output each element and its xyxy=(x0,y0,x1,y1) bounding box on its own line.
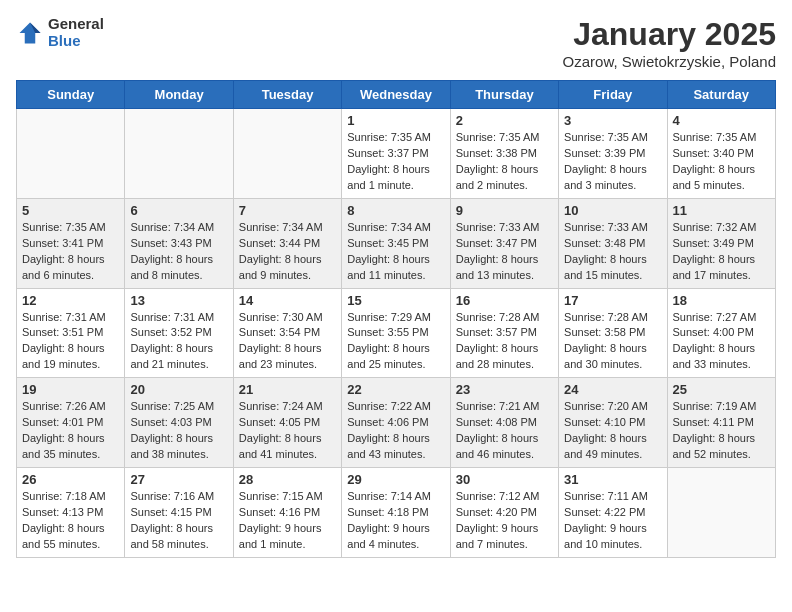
day-number: 12 xyxy=(22,293,119,308)
day-number: 24 xyxy=(564,382,661,397)
day-info: Sunrise: 7:32 AMSunset: 3:49 PMDaylight:… xyxy=(673,220,770,284)
day-number: 23 xyxy=(456,382,553,397)
day-number: 28 xyxy=(239,472,336,487)
logo-text: General Blue xyxy=(48,16,104,49)
calendar-cell: 22Sunrise: 7:22 AMSunset: 4:06 PMDayligh… xyxy=(342,378,450,468)
day-info: Sunrise: 7:26 AMSunset: 4:01 PMDaylight:… xyxy=(22,399,119,463)
day-number: 21 xyxy=(239,382,336,397)
page-header: General Blue January 2025 Ozarow, Swieto… xyxy=(16,16,776,70)
calendar-cell: 19Sunrise: 7:26 AMSunset: 4:01 PMDayligh… xyxy=(17,378,125,468)
day-info: Sunrise: 7:29 AMSunset: 3:55 PMDaylight:… xyxy=(347,310,444,374)
calendar-cell: 5Sunrise: 7:35 AMSunset: 3:41 PMDaylight… xyxy=(17,198,125,288)
day-number: 6 xyxy=(130,203,227,218)
day-number: 20 xyxy=(130,382,227,397)
calendar-cell: 12Sunrise: 7:31 AMSunset: 3:51 PMDayligh… xyxy=(17,288,125,378)
calendar-cell: 10Sunrise: 7:33 AMSunset: 3:48 PMDayligh… xyxy=(559,198,667,288)
calendar-week-row: 1Sunrise: 7:35 AMSunset: 3:37 PMDaylight… xyxy=(17,109,776,199)
day-info: Sunrise: 7:15 AMSunset: 4:16 PMDaylight:… xyxy=(239,489,336,553)
day-info: Sunrise: 7:34 AMSunset: 3:43 PMDaylight:… xyxy=(130,220,227,284)
calendar-week-row: 5Sunrise: 7:35 AMSunset: 3:41 PMDaylight… xyxy=(17,198,776,288)
day-number: 5 xyxy=(22,203,119,218)
day-number: 10 xyxy=(564,203,661,218)
calendar-cell: 23Sunrise: 7:21 AMSunset: 4:08 PMDayligh… xyxy=(450,378,558,468)
calendar-week-row: 12Sunrise: 7:31 AMSunset: 3:51 PMDayligh… xyxy=(17,288,776,378)
day-number: 16 xyxy=(456,293,553,308)
day-number: 19 xyxy=(22,382,119,397)
day-info: Sunrise: 7:35 AMSunset: 3:37 PMDaylight:… xyxy=(347,130,444,194)
logo: General Blue xyxy=(16,16,104,49)
day-number: 14 xyxy=(239,293,336,308)
weekday-header-friday: Friday xyxy=(559,81,667,109)
calendar-cell: 18Sunrise: 7:27 AMSunset: 4:00 PMDayligh… xyxy=(667,288,775,378)
day-number: 22 xyxy=(347,382,444,397)
day-info: Sunrise: 7:27 AMSunset: 4:00 PMDaylight:… xyxy=(673,310,770,374)
day-info: Sunrise: 7:20 AMSunset: 4:10 PMDaylight:… xyxy=(564,399,661,463)
calendar-cell: 21Sunrise: 7:24 AMSunset: 4:05 PMDayligh… xyxy=(233,378,341,468)
logo-blue-text: Blue xyxy=(48,33,104,50)
day-number: 4 xyxy=(673,113,770,128)
calendar-cell: 31Sunrise: 7:11 AMSunset: 4:22 PMDayligh… xyxy=(559,468,667,558)
calendar-cell: 8Sunrise: 7:34 AMSunset: 3:45 PMDaylight… xyxy=(342,198,450,288)
day-number: 1 xyxy=(347,113,444,128)
calendar-cell: 30Sunrise: 7:12 AMSunset: 4:20 PMDayligh… xyxy=(450,468,558,558)
day-number: 31 xyxy=(564,472,661,487)
page-subtitle: Ozarow, Swietokrzyskie, Poland xyxy=(563,53,776,70)
day-info: Sunrise: 7:33 AMSunset: 3:48 PMDaylight:… xyxy=(564,220,661,284)
day-number: 17 xyxy=(564,293,661,308)
calendar-cell: 24Sunrise: 7:20 AMSunset: 4:10 PMDayligh… xyxy=(559,378,667,468)
weekday-header-row: SundayMondayTuesdayWednesdayThursdayFrid… xyxy=(17,81,776,109)
day-info: Sunrise: 7:14 AMSunset: 4:18 PMDaylight:… xyxy=(347,489,444,553)
page-title: January 2025 xyxy=(563,16,776,53)
calendar-cell: 16Sunrise: 7:28 AMSunset: 3:57 PMDayligh… xyxy=(450,288,558,378)
weekday-header-saturday: Saturday xyxy=(667,81,775,109)
day-number: 3 xyxy=(564,113,661,128)
weekday-header-sunday: Sunday xyxy=(17,81,125,109)
calendar-cell: 20Sunrise: 7:25 AMSunset: 4:03 PMDayligh… xyxy=(125,378,233,468)
calendar-cell: 3Sunrise: 7:35 AMSunset: 3:39 PMDaylight… xyxy=(559,109,667,199)
day-info: Sunrise: 7:34 AMSunset: 3:44 PMDaylight:… xyxy=(239,220,336,284)
calendar-cell: 17Sunrise: 7:28 AMSunset: 3:58 PMDayligh… xyxy=(559,288,667,378)
calendar-cell: 15Sunrise: 7:29 AMSunset: 3:55 PMDayligh… xyxy=(342,288,450,378)
calendar-cell: 13Sunrise: 7:31 AMSunset: 3:52 PMDayligh… xyxy=(125,288,233,378)
day-info: Sunrise: 7:35 AMSunset: 3:40 PMDaylight:… xyxy=(673,130,770,194)
calendar-week-row: 26Sunrise: 7:18 AMSunset: 4:13 PMDayligh… xyxy=(17,468,776,558)
calendar-cell: 29Sunrise: 7:14 AMSunset: 4:18 PMDayligh… xyxy=(342,468,450,558)
day-info: Sunrise: 7:19 AMSunset: 4:11 PMDaylight:… xyxy=(673,399,770,463)
calendar-cell xyxy=(667,468,775,558)
day-number: 29 xyxy=(347,472,444,487)
calendar-cell: 2Sunrise: 7:35 AMSunset: 3:38 PMDaylight… xyxy=(450,109,558,199)
day-info: Sunrise: 7:18 AMSunset: 4:13 PMDaylight:… xyxy=(22,489,119,553)
logo-general-text: General xyxy=(48,16,104,33)
day-number: 15 xyxy=(347,293,444,308)
logo-icon xyxy=(16,19,44,47)
weekday-header-thursday: Thursday xyxy=(450,81,558,109)
day-number: 13 xyxy=(130,293,227,308)
calendar-cell: 4Sunrise: 7:35 AMSunset: 3:40 PMDaylight… xyxy=(667,109,775,199)
day-number: 30 xyxy=(456,472,553,487)
day-info: Sunrise: 7:34 AMSunset: 3:45 PMDaylight:… xyxy=(347,220,444,284)
day-number: 27 xyxy=(130,472,227,487)
day-info: Sunrise: 7:12 AMSunset: 4:20 PMDaylight:… xyxy=(456,489,553,553)
day-info: Sunrise: 7:31 AMSunset: 3:52 PMDaylight:… xyxy=(130,310,227,374)
day-info: Sunrise: 7:35 AMSunset: 3:39 PMDaylight:… xyxy=(564,130,661,194)
day-info: Sunrise: 7:16 AMSunset: 4:15 PMDaylight:… xyxy=(130,489,227,553)
day-info: Sunrise: 7:35 AMSunset: 3:41 PMDaylight:… xyxy=(22,220,119,284)
day-info: Sunrise: 7:30 AMSunset: 3:54 PMDaylight:… xyxy=(239,310,336,374)
day-number: 25 xyxy=(673,382,770,397)
day-number: 18 xyxy=(673,293,770,308)
weekday-header-monday: Monday xyxy=(125,81,233,109)
calendar-cell xyxy=(233,109,341,199)
day-number: 7 xyxy=(239,203,336,218)
calendar-cell: 11Sunrise: 7:32 AMSunset: 3:49 PMDayligh… xyxy=(667,198,775,288)
calendar-cell: 1Sunrise: 7:35 AMSunset: 3:37 PMDaylight… xyxy=(342,109,450,199)
day-info: Sunrise: 7:33 AMSunset: 3:47 PMDaylight:… xyxy=(456,220,553,284)
title-block: January 2025 Ozarow, Swietokrzyskie, Pol… xyxy=(563,16,776,70)
calendar-cell: 26Sunrise: 7:18 AMSunset: 4:13 PMDayligh… xyxy=(17,468,125,558)
day-number: 9 xyxy=(456,203,553,218)
calendar-cell: 6Sunrise: 7:34 AMSunset: 3:43 PMDaylight… xyxy=(125,198,233,288)
day-info: Sunrise: 7:35 AMSunset: 3:38 PMDaylight:… xyxy=(456,130,553,194)
day-info: Sunrise: 7:31 AMSunset: 3:51 PMDaylight:… xyxy=(22,310,119,374)
day-number: 26 xyxy=(22,472,119,487)
calendar-table: SundayMondayTuesdayWednesdayThursdayFrid… xyxy=(16,80,776,558)
day-info: Sunrise: 7:24 AMSunset: 4:05 PMDaylight:… xyxy=(239,399,336,463)
